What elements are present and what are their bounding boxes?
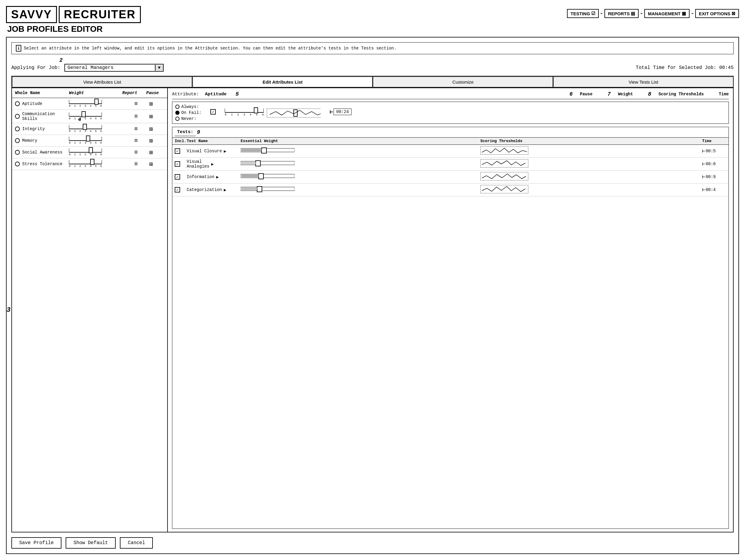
tests-label-row: Tests: 9 bbox=[172, 127, 728, 137]
exit-button[interactable]: EXIT OPTIONS ⊠ bbox=[695, 9, 739, 18]
info-icon: i bbox=[16, 45, 21, 52]
ew-slider-visual-closure[interactable] bbox=[240, 147, 295, 154]
test-row-information: ✓ Information ▶ bbox=[172, 170, 728, 184]
pause-icon-social[interactable]: ⊞ bbox=[149, 149, 164, 156]
callout-3: 3 bbox=[7, 306, 10, 314]
show-default-button[interactable]: Show Default bbox=[66, 537, 116, 549]
left-bracket-area: 3 bbox=[7, 100, 10, 520]
left-panel: Whole Name Weight Report Pause Aptitude bbox=[12, 88, 168, 532]
report-icon-integrity[interactable]: ≡ bbox=[134, 126, 149, 132]
incl-checkbox-information[interactable]: ✓ bbox=[175, 174, 180, 180]
callout-7: 7 bbox=[608, 91, 611, 97]
pause-icon-aptitude[interactable]: ⊞ bbox=[149, 100, 164, 107]
tab-edit-attributes[interactable]: Edit Attributes List bbox=[192, 76, 373, 88]
report-icon-memory[interactable]: ≡ bbox=[134, 137, 149, 144]
col-essential: Essential Weight bbox=[240, 139, 480, 143]
pause-icon-integrity[interactable]: ⊞ bbox=[149, 125, 164, 133]
tab-view-tests[interactable]: View Tests List bbox=[553, 76, 733, 88]
testing-label: TESTING bbox=[571, 11, 590, 16]
testing-button[interactable]: TESTING ☑ bbox=[567, 9, 599, 18]
pause-icon-stress[interactable]: ⊞ bbox=[149, 160, 164, 168]
col-weight: Weight bbox=[69, 91, 122, 95]
test-row-visual-closure: ✓ Visual Closure ▶ bbox=[172, 145, 728, 158]
radio-always[interactable] bbox=[175, 105, 180, 109]
report-checkbox[interactable]: ✓ bbox=[210, 109, 216, 115]
radio-on-fail[interactable] bbox=[175, 111, 180, 115]
weight-slider-aptitude[interactable]: 0123456 bbox=[69, 100, 102, 107]
management-button[interactable]: MANAGEMENT ▦ bbox=[644, 9, 689, 18]
right-panel: Attribute: Aptitude 5 6 Pause 7 Weight 8… bbox=[168, 88, 733, 532]
attr-name-integrity: Integrity bbox=[15, 126, 69, 131]
job-selector-row: Applying For Job: ▼ Total Time for Selec… bbox=[11, 64, 734, 72]
time-detail: ⊢ 00:24 bbox=[330, 108, 352, 115]
weight-slider-detail-input[interactable]: 0123456 bbox=[225, 108, 258, 116]
radio-never[interactable] bbox=[175, 117, 180, 121]
attr-row-communication: CommunicationSkills 0123456 ≡ ⊞ bbox=[12, 110, 167, 123]
tab-view-attributes[interactable]: View Attributes List bbox=[12, 76, 192, 88]
pause-icon-communication[interactable]: ⊞ bbox=[149, 113, 164, 120]
col-pause: Pause bbox=[146, 91, 164, 95]
nav-sep-2: - bbox=[640, 10, 643, 17]
weight-slider-stress[interactable]: 0123456 bbox=[69, 160, 102, 168]
weight-slider-communication[interactable]: 0123456 bbox=[69, 113, 102, 120]
play-categorization[interactable]: ▶ bbox=[224, 187, 226, 192]
pause-report-section: Always: On Fail: Never: bbox=[172, 102, 729, 124]
svg-rect-16 bbox=[241, 188, 257, 190]
radio-integrity[interactable] bbox=[15, 126, 20, 131]
report-icon-aptitude[interactable]: ≡ bbox=[134, 100, 149, 107]
weight-slider-social[interactable]: 0123456 bbox=[69, 148, 102, 156]
bottom-buttons: Save Profile Show Default Cancel bbox=[11, 537, 734, 549]
callout-4: 4 bbox=[78, 117, 81, 123]
test-name-information: Information ▶ bbox=[187, 175, 240, 180]
play-visual-analogies[interactable]: ▶ bbox=[211, 162, 214, 167]
job-dropdown-button[interactable]: ▼ bbox=[155, 65, 163, 71]
radio-memory[interactable] bbox=[15, 138, 20, 143]
tests-col-header: Incl. Test Name Essential Weight Scoring… bbox=[172, 137, 728, 145]
pause-on-fail: On Fail: bbox=[175, 110, 201, 115]
job-input[interactable] bbox=[65, 64, 155, 71]
callout-6: 6 bbox=[570, 91, 573, 97]
radio-stress[interactable] bbox=[15, 162, 20, 166]
pause-always: Always: bbox=[175, 104, 201, 109]
content-panels: 3 Whole Name Weight Report Pause Aptitud… bbox=[11, 88, 734, 532]
svg-rect-9 bbox=[480, 159, 528, 167]
play-information[interactable]: ▶ bbox=[216, 175, 219, 180]
scoring-svg-detail bbox=[267, 108, 321, 118]
ew-slider-va[interactable] bbox=[240, 160, 295, 167]
report-icon-communication[interactable]: ≡ bbox=[134, 113, 149, 120]
scoring-visual-analogies bbox=[480, 159, 702, 169]
page-title: JOB PROFILES EDITOR bbox=[7, 24, 141, 34]
reports-button[interactable]: REPORTS ▤ bbox=[605, 9, 639, 18]
save-profile-button[interactable]: Save Profile bbox=[11, 537, 61, 549]
logo-savvy: SAVVY bbox=[6, 6, 57, 23]
tab-customize[interactable]: Customize bbox=[373, 76, 553, 88]
never-label: Never: bbox=[181, 116, 196, 121]
scoring-information bbox=[480, 172, 702, 182]
scoring-svg-vc bbox=[480, 146, 528, 155]
report-icon-stress[interactable]: ≡ bbox=[134, 161, 149, 167]
nav-sep-3: - bbox=[691, 10, 694, 17]
attr-name-communication: CommunicationSkills bbox=[15, 112, 69, 121]
ew-slider-cat[interactable] bbox=[240, 186, 295, 192]
weight-slider-memory[interactable]: 0123456 bbox=[69, 137, 102, 145]
radio-communication[interactable] bbox=[15, 114, 20, 119]
radio-aptitude[interactable] bbox=[15, 101, 20, 106]
ew-slider-info[interactable] bbox=[240, 173, 295, 180]
incl-checkbox-visual-closure[interactable]: ✓ bbox=[175, 148, 180, 154]
incl-checkbox-visual-analogies[interactable]: ✓ bbox=[175, 161, 180, 167]
incl-checkbox-categorization[interactable]: ✓ bbox=[175, 187, 180, 192]
total-time: Total Time for Selected Job: 00:45 bbox=[636, 65, 734, 70]
weight-slider-integrity[interactable]: 0123456 bbox=[69, 125, 102, 133]
col-time: Time bbox=[702, 139, 726, 143]
time-visual-analogies: ⊢ 00:6 bbox=[702, 161, 726, 167]
radio-social[interactable] bbox=[15, 150, 20, 155]
pause-icon-memory[interactable]: ⊞ bbox=[149, 137, 164, 145]
report-icon-social[interactable]: ≡ bbox=[134, 149, 149, 156]
play-visual-closure[interactable]: ▶ bbox=[224, 149, 226, 154]
col-scoring: Scoring Thresholds bbox=[480, 139, 702, 143]
callout-9: 9 bbox=[197, 129, 200, 135]
attr-row-integrity: Integrity 0123456 ≡ ⊞ bbox=[12, 123, 167, 135]
attr-col-scoring: Scoring Thresholds bbox=[658, 92, 704, 96]
cancel-button[interactable]: Cancel bbox=[120, 537, 153, 549]
logo-recruiter: RECRUITER bbox=[59, 6, 141, 23]
